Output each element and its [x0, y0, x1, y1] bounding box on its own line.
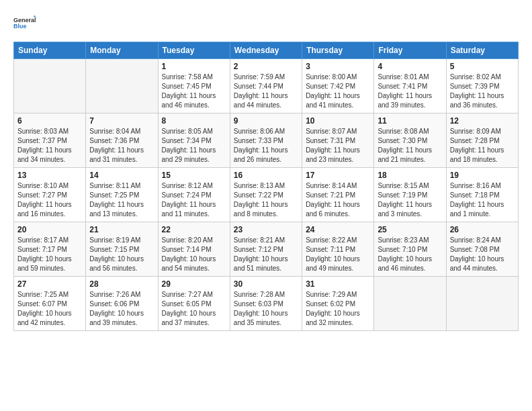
- calendar-cell: 14Sunrise: 8:11 AM Sunset: 7:25 PM Dayli…: [86, 168, 158, 222]
- day-number: 16: [234, 171, 298, 180]
- day-info: Sunrise: 7:28 AM Sunset: 6:03 PM Dayligh…: [234, 290, 298, 328]
- weekday-header-saturday: Saturday: [446, 42, 518, 59]
- weekday-header-sunday: Sunday: [14, 42, 86, 59]
- calendar-cell: 2Sunrise: 7:59 AM Sunset: 7:44 PM Daylig…: [230, 59, 302, 113]
- day-number: 27: [17, 279, 82, 289]
- day-number: 12: [450, 116, 515, 126]
- calendar-cell: 18Sunrise: 8:15 AM Sunset: 7:19 PM Dayli…: [374, 168, 446, 222]
- day-number: 31: [306, 279, 370, 289]
- day-info: Sunrise: 8:02 AM Sunset: 7:39 PM Dayligh…: [450, 73, 515, 110]
- calendar-cell: 6Sunrise: 8:03 AM Sunset: 7:37 PM Daylig…: [14, 113, 86, 168]
- day-number: 2: [234, 62, 298, 71]
- calendar-cell: 26Sunrise: 8:24 AM Sunset: 7:08 PM Dayli…: [446, 222, 518, 277]
- calendar-cell: 13Sunrise: 8:10 AM Sunset: 7:27 PM Dayli…: [14, 168, 86, 222]
- day-number: 24: [306, 225, 370, 234]
- weekday-header-friday: Friday: [374, 42, 446, 59]
- day-info: Sunrise: 8:12 AM Sunset: 7:24 PM Dayligh…: [162, 181, 226, 219]
- calendar-cell: 12Sunrise: 8:09 AM Sunset: 7:28 PM Dayli…: [446, 113, 518, 168]
- day-number: 13: [17, 171, 82, 180]
- calendar-cell: 21Sunrise: 8:19 AM Sunset: 7:15 PM Dayli…: [86, 222, 158, 277]
- day-info: Sunrise: 8:24 AM Sunset: 7:08 PM Dayligh…: [450, 236, 515, 273]
- day-info: Sunrise: 8:01 AM Sunset: 7:41 PM Dayligh…: [378, 73, 442, 110]
- calendar-cell: 20Sunrise: 8:17 AM Sunset: 7:17 PM Dayli…: [14, 222, 86, 277]
- calendar-week-3: 13Sunrise: 8:10 AM Sunset: 7:27 PM Dayli…: [14, 168, 519, 222]
- day-number: 15: [162, 171, 226, 180]
- weekday-header-tuesday: Tuesday: [158, 42, 230, 59]
- calendar-cell: 17Sunrise: 8:14 AM Sunset: 7:21 PM Dayli…: [302, 168, 374, 222]
- day-number: 6: [17, 116, 82, 126]
- day-info: Sunrise: 8:04 AM Sunset: 7:36 PM Dayligh…: [89, 127, 154, 165]
- day-number: 29: [162, 279, 226, 289]
- calendar-cell: 8Sunrise: 8:05 AM Sunset: 7:34 PM Daylig…: [158, 113, 230, 168]
- calendar-cell: 30Sunrise: 7:28 AM Sunset: 6:03 PM Dayli…: [230, 277, 302, 331]
- day-number: 10: [306, 116, 370, 126]
- day-number: 3: [306, 62, 370, 71]
- day-info: Sunrise: 7:27 AM Sunset: 6:05 PM Dayligh…: [162, 290, 226, 328]
- page: General Blue SundayMondayTuesdayWednesda…: [0, 0, 532, 345]
- calendar-cell: 5Sunrise: 8:02 AM Sunset: 7:39 PM Daylig…: [446, 59, 518, 113]
- day-number: 21: [89, 225, 154, 234]
- weekday-header-thursday: Thursday: [302, 42, 374, 59]
- day-number: 26: [450, 225, 515, 234]
- day-number: 30: [234, 279, 298, 289]
- day-info: Sunrise: 8:09 AM Sunset: 7:28 PM Dayligh…: [450, 127, 515, 165]
- day-number: 28: [89, 279, 154, 289]
- day-number: 23: [234, 225, 298, 234]
- calendar-cell: 11Sunrise: 8:08 AM Sunset: 7:30 PM Dayli…: [374, 113, 446, 168]
- calendar-cell: 27Sunrise: 7:25 AM Sunset: 6:07 PM Dayli…: [14, 277, 86, 331]
- calendar-cell: 24Sunrise: 8:22 AM Sunset: 7:11 PM Dayli…: [302, 222, 374, 277]
- day-info: Sunrise: 8:16 AM Sunset: 7:18 PM Dayligh…: [450, 181, 515, 219]
- day-info: Sunrise: 7:25 AM Sunset: 6:07 PM Dayligh…: [17, 290, 82, 328]
- day-info: Sunrise: 8:17 AM Sunset: 7:17 PM Dayligh…: [17, 236, 82, 273]
- calendar-cell: 23Sunrise: 8:21 AM Sunset: 7:12 PM Dayli…: [230, 222, 302, 277]
- header: General Blue: [13, 11, 519, 35]
- weekday-header-wednesday: Wednesday: [230, 42, 302, 59]
- day-info: Sunrise: 8:10 AM Sunset: 7:27 PM Dayligh…: [17, 181, 82, 219]
- day-number: 14: [89, 171, 154, 180]
- calendar-week-4: 20Sunrise: 8:17 AM Sunset: 7:17 PM Dayli…: [14, 222, 519, 277]
- day-info: Sunrise: 8:03 AM Sunset: 7:37 PM Dayligh…: [17, 127, 82, 165]
- day-number: 22: [162, 225, 226, 234]
- day-number: 11: [378, 116, 442, 126]
- calendar-week-5: 27Sunrise: 7:25 AM Sunset: 6:07 PM Dayli…: [14, 277, 519, 331]
- day-info: Sunrise: 7:59 AM Sunset: 7:44 PM Dayligh…: [234, 73, 298, 110]
- day-info: Sunrise: 7:26 AM Sunset: 6:06 PM Dayligh…: [89, 290, 154, 328]
- calendar-cell: 3Sunrise: 8:00 AM Sunset: 7:42 PM Daylig…: [302, 59, 374, 113]
- day-number: 17: [306, 171, 370, 180]
- day-info: Sunrise: 8:13 AM Sunset: 7:22 PM Dayligh…: [234, 181, 298, 219]
- calendar-cell: [374, 277, 446, 331]
- calendar-cell: 19Sunrise: 8:16 AM Sunset: 7:18 PM Dayli…: [446, 168, 518, 222]
- day-info: Sunrise: 8:15 AM Sunset: 7:19 PM Dayligh…: [378, 181, 442, 219]
- day-info: Sunrise: 8:07 AM Sunset: 7:31 PM Dayligh…: [306, 127, 370, 165]
- day-number: 20: [17, 225, 82, 234]
- calendar-cell: 25Sunrise: 8:23 AM Sunset: 7:10 PM Dayli…: [374, 222, 446, 277]
- day-info: Sunrise: 8:11 AM Sunset: 7:25 PM Dayligh…: [89, 181, 154, 219]
- day-number: 18: [378, 171, 442, 180]
- logo-svg: General Blue: [13, 11, 38, 35]
- svg-text:Blue: Blue: [13, 23, 27, 30]
- day-number: 5: [450, 62, 515, 71]
- logo: General Blue: [13, 11, 38, 35]
- day-number: 7: [89, 116, 154, 126]
- day-info: Sunrise: 8:00 AM Sunset: 7:42 PM Dayligh…: [306, 73, 370, 110]
- svg-text:General: General: [13, 17, 36, 24]
- day-number: 1: [162, 62, 226, 71]
- day-number: 4: [378, 62, 442, 71]
- day-info: Sunrise: 8:20 AM Sunset: 7:14 PM Dayligh…: [162, 236, 226, 273]
- calendar-cell: 10Sunrise: 8:07 AM Sunset: 7:31 PM Dayli…: [302, 113, 374, 168]
- day-info: Sunrise: 8:08 AM Sunset: 7:30 PM Dayligh…: [378, 127, 442, 165]
- calendar-cell: 15Sunrise: 8:12 AM Sunset: 7:24 PM Dayli…: [158, 168, 230, 222]
- day-info: Sunrise: 8:14 AM Sunset: 7:21 PM Dayligh…: [306, 181, 370, 219]
- weekday-header-row: SundayMondayTuesdayWednesdayThursdayFrid…: [14, 42, 519, 59]
- calendar-table: SundayMondayTuesdayWednesdayThursdayFrid…: [13, 42, 519, 331]
- calendar-week-1: 1Sunrise: 7:58 AM Sunset: 7:45 PM Daylig…: [14, 59, 519, 113]
- day-info: Sunrise: 8:06 AM Sunset: 7:33 PM Dayligh…: [234, 127, 298, 165]
- calendar-cell: 7Sunrise: 8:04 AM Sunset: 7:36 PM Daylig…: [86, 113, 158, 168]
- calendar-cell: 4Sunrise: 8:01 AM Sunset: 7:41 PM Daylig…: [374, 59, 446, 113]
- calendar-cell: 22Sunrise: 8:20 AM Sunset: 7:14 PM Dayli…: [158, 222, 230, 277]
- day-info: Sunrise: 8:19 AM Sunset: 7:15 PM Dayligh…: [89, 236, 154, 273]
- calendar-cell: [446, 277, 518, 331]
- day-info: Sunrise: 8:21 AM Sunset: 7:12 PM Dayligh…: [234, 236, 298, 273]
- day-info: Sunrise: 8:22 AM Sunset: 7:11 PM Dayligh…: [306, 236, 370, 273]
- day-info: Sunrise: 8:23 AM Sunset: 7:10 PM Dayligh…: [378, 236, 442, 273]
